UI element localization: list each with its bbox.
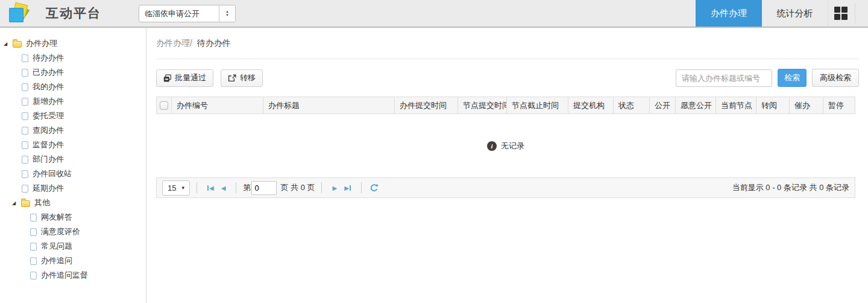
table-header-row: 办件编号 办件标题 办件提交时间 节点提交时间 节点截止时间 提交机构 状态 公… (156, 97, 855, 114)
sidebar-item[interactable]: 办件回收站 (0, 167, 146, 181)
sidebar-item[interactable]: 待办办件 (0, 51, 146, 65)
spinner-icon[interactable]: ▴ ▾ (219, 5, 235, 22)
search-button[interactable]: 检索 (778, 69, 807, 87)
column-header[interactable]: 提交机构 (568, 97, 613, 113)
batch-copy-icon (163, 74, 171, 82)
sidebar-item[interactable]: 委托受理 (0, 109, 146, 123)
breadcrumb: 办件办理/ 待办办件 (156, 38, 859, 59)
app-grid-icon[interactable] (834, 7, 848, 20)
app-title: 互动平台 (46, 5, 101, 22)
tree-expand-icon[interactable]: ◢ (4, 41, 10, 46)
page-label-prefix: 第 (243, 182, 251, 193)
column-header[interactable]: 节点截止时间 (506, 97, 568, 113)
info-icon: i (487, 141, 497, 151)
next-page-button[interactable]: ▶ (332, 185, 337, 191)
column-header[interactable]: 催办 (789, 97, 823, 113)
pager-divider (361, 182, 362, 193)
refresh-icon (370, 183, 379, 193)
sidebar-item-label: 部门办件 (33, 154, 64, 165)
file-icon (22, 83, 28, 91)
page-size-select[interactable]: 15 ▾ (162, 180, 190, 196)
folder-icon (21, 200, 30, 207)
file-icon (30, 243, 37, 250)
breadcrumb-section: 办件办理/ (156, 38, 192, 48)
main-content: 办件办理/ 待办办件 批量通过 转移 (146, 28, 868, 303)
tab-label: 办件办理 (711, 8, 747, 19)
file-icon (30, 214, 37, 222)
column-header[interactable]: 愿意公开 (675, 97, 715, 113)
column-header[interactable]: 状态 (613, 97, 649, 113)
file-icon (30, 272, 37, 279)
batch-approve-button[interactable]: 批量通过 (156, 69, 213, 87)
sidebar-item[interactable]: 网友解答 (0, 210, 146, 225)
empty-state: i 无记录 (156, 114, 855, 177)
file-icon (22, 112, 28, 120)
tab-tongji-fenxi[interactable]: 统计分析 (762, 0, 828, 27)
sidebar-item[interactable]: 延期办件 (0, 181, 146, 196)
column-header[interactable]: 办件提交时间 (394, 97, 458, 113)
sidebar-item-label: 办件追问监督 (41, 270, 88, 281)
first-page-icon: ◀ (209, 185, 214, 191)
records-summary: 当前显示 0 - 0 条记录 共 0 条记录 (732, 182, 849, 193)
sidebar-item-label: 办件追问 (41, 255, 72, 266)
file-icon (30, 228, 37, 236)
pager-divider (197, 182, 197, 193)
sidebar-folder-label: 办件办理 (26, 38, 57, 49)
previous-page-button[interactable]: ◀ (221, 185, 226, 191)
column-header[interactable]: 暂停 (823, 97, 855, 113)
file-icon (22, 156, 28, 164)
advanced-search-button[interactable]: 高级检索 (812, 69, 859, 87)
transfer-share-icon (228, 74, 236, 82)
sidebar-item[interactable]: 新增办件 (0, 94, 146, 109)
next-page-icon: ▶ (332, 185, 337, 191)
column-header[interactable]: 节点提交时间 (458, 97, 506, 113)
refresh-button[interactable] (370, 183, 379, 193)
file-icon (22, 98, 28, 106)
sidebar-item[interactable]: 部门办件 (0, 152, 146, 167)
sidebar-item[interactable]: 办件追问监督 (0, 268, 146, 282)
sidebar-root-items: 待办办件 已办办件 我的办件 新增办件 (0, 51, 146, 196)
sidebar-item[interactable]: 查阅办件 (0, 123, 146, 138)
app-header: 互动平台 临淄依申请公开 ▴ ▾ 办件办理 统计分析 (0, 0, 868, 28)
sidebar-item-label: 已办办件 (33, 67, 64, 78)
first-page-button[interactable]: ◀ (207, 185, 214, 191)
tab-label: 统计分析 (777, 8, 813, 19)
file-icon (22, 141, 28, 149)
select-all-checkbox[interactable] (160, 101, 168, 110)
sidebar-folder-qita[interactable]: ◢ 其他 (0, 196, 146, 210)
spin-down-icon: ▾ (226, 13, 228, 17)
sidebar-item-label: 委托受理 (33, 110, 64, 121)
column-header[interactable]: 转阅 (756, 97, 789, 113)
site-select[interactable]: 临淄依申请公开 ▴ ▾ (139, 5, 236, 22)
sidebar-item[interactable]: 满意度评价 (0, 225, 146, 239)
search-input[interactable] (676, 69, 772, 87)
sidebar-item[interactable]: 办件追问 (0, 254, 146, 268)
file-icon (22, 127, 28, 135)
previous-page-icon: ◀ (221, 185, 226, 191)
transfer-button[interactable]: 转移 (221, 69, 263, 87)
last-page-button[interactable]: ▶ (344, 185, 351, 191)
column-header[interactable]: 办件标题 (263, 97, 394, 113)
page-number-input[interactable] (251, 181, 277, 195)
sidebar-item[interactable]: 常见问题 (0, 239, 146, 254)
sidebar-item[interactable]: 已办办件 (0, 65, 146, 80)
header-divider (855, 3, 855, 24)
tree-expand-icon[interactable]: ◢ (12, 200, 19, 206)
sidebar-item[interactable]: 我的办件 (0, 80, 146, 94)
sidebar-tree: ◢ 办件办理 待办办件 已办办件 我的办件 (0, 28, 146, 303)
sidebar-item-label: 待办办件 (33, 53, 64, 63)
file-icon (30, 257, 37, 265)
column-header[interactable]: 公开 (649, 97, 675, 113)
column-header[interactable]: 当前节点 (715, 97, 756, 113)
sidebar-item-label: 我的办件 (33, 81, 64, 92)
pagination-bar: 15 ▾ ◀ ◀ 第 页 共 0 页 ▶ (156, 177, 855, 198)
empty-state-text: 无记录 (501, 141, 524, 151)
sidebar-folder-banjian[interactable]: ◢ 办件办理 (0, 36, 146, 51)
file-icon (22, 170, 28, 178)
sidebar-item[interactable]: 监督办件 (0, 138, 146, 152)
column-header[interactable]: 办件编号 (171, 97, 263, 113)
file-icon (22, 185, 28, 193)
caret-down-icon: ▾ (181, 185, 184, 191)
tab-banjian-banli[interactable]: 办件办理 (696, 0, 762, 27)
sidebar-item-label: 延期办件 (33, 183, 64, 194)
